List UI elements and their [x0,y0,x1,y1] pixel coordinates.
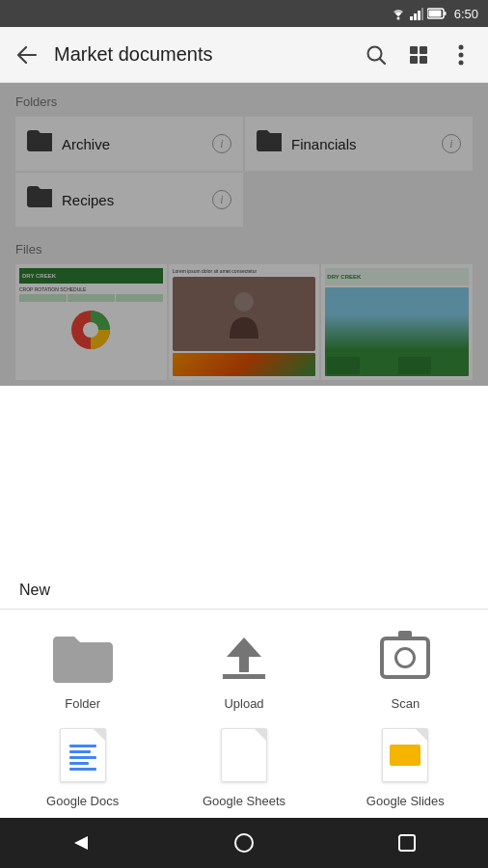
new-scan-item[interactable]: Scan [333,629,478,711]
nav-back-button[interactable] [62,824,100,862]
gdocs-line-4 [69,762,89,765]
svg-point-10 [459,52,464,57]
new-gsheets-icon-wrapper [211,726,277,784]
new-gslides-icon-wrapper [372,726,438,784]
new-upload-icon [223,637,265,679]
new-gsheets-item[interactable]: Google Sheets [171,726,316,808]
grid-view-button[interactable] [399,36,438,74]
new-folder-label: Folder [65,696,100,711]
new-gdocs-icon [60,728,106,782]
wifi-icon [391,7,406,20]
new-upload-item[interactable]: Upload [171,629,316,711]
svg-rect-1 [410,16,413,20]
svg-rect-2 [414,14,417,20]
gdocs-line-5 [69,768,96,771]
nav-home-button[interactable] [225,824,263,862]
svg-rect-17 [399,835,415,851]
content-area: Folders Archive i Financials i [0,83,488,386]
top-bar: Market documents [0,27,488,83]
nav-bar [0,818,488,868]
top-actions [357,36,480,74]
nav-back-icon [70,832,92,854]
new-gsheets-icon [221,728,267,782]
gdocs-line-1 [69,745,96,747]
dim-overlay[interactable] [0,83,488,386]
status-icons: 6:50 [391,7,478,21]
gdocs-line-2 [69,750,91,753]
svg-rect-6 [444,12,446,15]
new-folder-item[interactable]: Folder [10,629,155,711]
gsheets-grid [237,733,251,777]
more-options-button[interactable] [442,36,480,74]
gdocs-lines [64,737,102,774]
new-gslides-icon [382,728,428,782]
signal-icon [410,7,423,20]
new-section-label: New [0,566,488,610]
grid-icon [410,46,427,64]
new-scan-icon [380,637,430,679]
battery-icon [427,8,447,19]
new-upload-label: Upload [224,696,263,711]
svg-point-16 [235,834,253,852]
svg-rect-3 [418,11,420,20]
status-time: 6:50 [454,7,478,21]
search-icon [366,44,387,66]
svg-marker-15 [74,836,88,850]
gdocs-line-3 [69,756,96,759]
svg-rect-7 [428,11,441,17]
new-scan-icon-wrapper [372,629,438,687]
back-arrow-icon [16,46,38,64]
new-upload-icon-wrapper [211,629,277,687]
new-gdocs-icon-wrapper [50,726,116,784]
page-title: Market documents [54,43,357,66]
svg-point-9 [459,44,464,49]
nav-recents-button[interactable] [388,824,426,862]
more-options-icon [458,44,464,66]
nav-home-icon [233,832,255,854]
back-button[interactable] [8,36,46,74]
new-gdocs-item[interactable]: Google Docs [10,726,155,808]
new-scan-label: Scan [392,696,420,711]
new-gsheets-label: Google Sheets [203,794,285,808]
new-items-grid: Folder Upload Scan [0,610,488,818]
search-button[interactable] [357,36,395,74]
gslides-rect [390,745,420,766]
new-gslides-label: Google Slides [366,794,445,808]
nav-recents-icon [397,833,417,853]
svg-point-11 [459,60,464,65]
svg-rect-4 [421,8,423,20]
status-bar: 6:50 [0,0,488,27]
scan-lens [394,647,416,668]
new-gdocs-label: Google Docs [46,794,119,808]
new-folder-icon-wrapper [50,629,116,687]
bottom-sheet: New Folder Upload [0,566,488,818]
new-folder-icon [53,633,113,683]
svg-point-0 [396,17,399,20]
new-gslides-item[interactable]: Google Slides [333,726,478,808]
